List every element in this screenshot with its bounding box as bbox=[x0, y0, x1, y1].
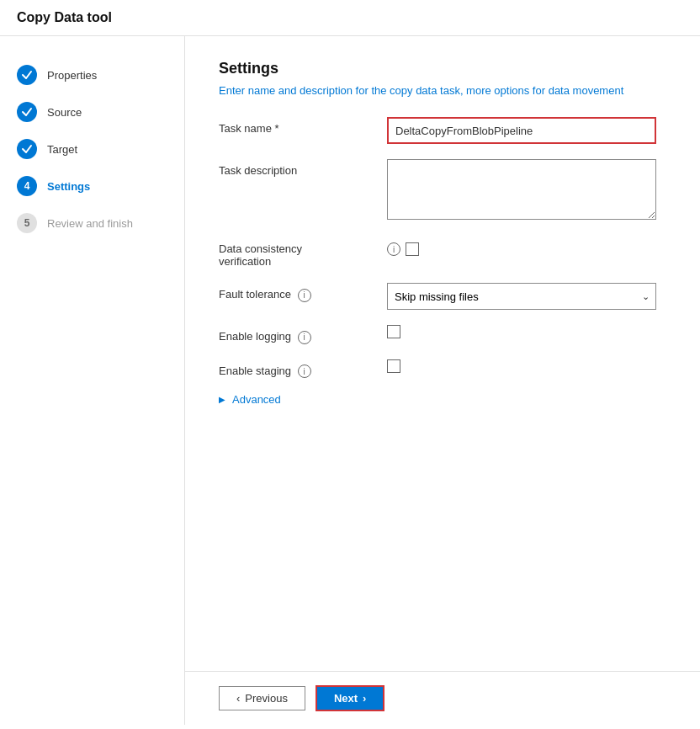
task-description-label: Task description bbox=[219, 159, 387, 177]
previous-button[interactable]: ‹ Previous bbox=[219, 686, 305, 710]
data-consistency-label: Data consistencyverification bbox=[219, 237, 387, 268]
app-title: Copy Data tool bbox=[17, 10, 112, 24]
task-description-control bbox=[387, 159, 666, 222]
task-description-row: Task description bbox=[219, 159, 666, 222]
enable-logging-info-icon[interactable]: i bbox=[298, 331, 311, 344]
content-area: Settings Enter name and description for … bbox=[185, 36, 700, 725]
next-arrow-icon: › bbox=[363, 692, 366, 705]
fault-tolerance-label: Fault tolerance i bbox=[219, 283, 387, 302]
sidebar-item-properties[interactable]: Properties bbox=[0, 56, 184, 93]
previous-arrow-icon: ‹ bbox=[236, 692, 240, 705]
sidebar-item-source[interactable]: Source bbox=[0, 93, 184, 130]
advanced-expand-icon: ▶ bbox=[219, 395, 225, 404]
sidebar-item-review[interactable]: 5 Review and finish bbox=[0, 205, 184, 242]
sidebar-item-target[interactable]: Target bbox=[0, 130, 184, 168]
step-circle-settings: 4 bbox=[17, 176, 37, 196]
next-button[interactable]: Next › bbox=[316, 685, 385, 711]
main-layout: Properties Source Target 4 Settings bbox=[0, 36, 700, 725]
advanced-row[interactable]: ▶ Advanced bbox=[219, 393, 666, 406]
advanced-label: Advanced bbox=[232, 393, 281, 406]
data-consistency-row: Data consistencyverification i bbox=[219, 237, 666, 268]
footer: ‹ Previous Next › bbox=[185, 671, 700, 725]
step-label-target: Target bbox=[47, 143, 77, 156]
enable-logging-label: Enable logging i bbox=[219, 325, 387, 344]
content-scroll: Settings Enter name and description for … bbox=[185, 36, 700, 671]
enable-staging-control bbox=[387, 359, 666, 375]
fault-tolerance-row: Fault tolerance i Skip missing files Non… bbox=[219, 283, 666, 310]
enable-staging-checkbox[interactable] bbox=[387, 359, 400, 373]
section-subtitle: Enter name and description for the copy … bbox=[219, 84, 666, 97]
task-name-control bbox=[387, 117, 666, 144]
task-name-row: Task name * bbox=[219, 117, 666, 144]
enable-logging-row: Enable logging i bbox=[219, 325, 666, 344]
sidebar: Properties Source Target 4 Settings bbox=[0, 36, 185, 725]
task-description-input[interactable] bbox=[387, 159, 656, 220]
enable-staging-label: Enable staging i bbox=[219, 359, 387, 379]
step-circle-target bbox=[17, 139, 37, 159]
step-label-properties: Properties bbox=[47, 69, 97, 82]
sidebar-item-settings[interactable]: 4 Settings bbox=[0, 168, 184, 205]
task-name-input[interactable] bbox=[387, 117, 656, 144]
enable-staging-info-icon[interactable]: i bbox=[298, 364, 311, 378]
step-circle-review: 5 bbox=[17, 213, 37, 233]
step-label-source: Source bbox=[47, 106, 82, 119]
enable-logging-control bbox=[387, 325, 666, 341]
step-circle-source bbox=[17, 102, 37, 122]
fault-tolerance-select-wrapper: Skip missing files None Skip incompatibl… bbox=[387, 283, 656, 310]
section-title: Settings bbox=[219, 60, 666, 77]
step-circle-properties bbox=[17, 65, 37, 85]
fault-tolerance-control: Skip missing files None Skip incompatibl… bbox=[387, 283, 666, 310]
fault-tolerance-info-icon[interactable]: i bbox=[298, 289, 311, 302]
data-consistency-info-icon[interactable]: i bbox=[387, 242, 400, 256]
enable-staging-row: Enable staging i bbox=[219, 359, 666, 379]
data-consistency-checkbox[interactable] bbox=[406, 242, 419, 256]
data-consistency-control: i bbox=[387, 237, 666, 256]
fault-tolerance-select[interactable]: Skip missing files None Skip incompatibl… bbox=[387, 283, 656, 310]
enable-logging-checkbox[interactable] bbox=[387, 325, 400, 338]
task-name-label: Task name * bbox=[219, 117, 387, 135]
step-label-review: Review and finish bbox=[47, 217, 133, 230]
step-label-settings: Settings bbox=[47, 180, 90, 193]
app-header: Copy Data tool bbox=[0, 0, 700, 36]
